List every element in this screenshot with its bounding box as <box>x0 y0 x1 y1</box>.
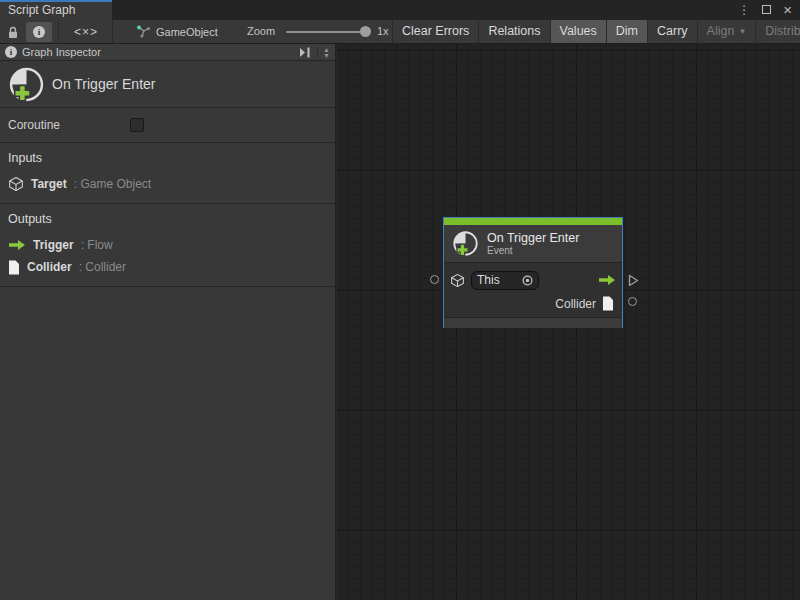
flow-arrow-icon <box>8 239 26 251</box>
object-picker-icon[interactable] <box>522 275 533 286</box>
zoom-slider[interactable] <box>286 31 366 33</box>
output-row-trigger: Trigger : Flow <box>0 234 335 256</box>
collider-port-label: Collider <box>555 297 596 311</box>
gameobject-label: GameObject <box>156 26 218 38</box>
toolbar-buttons: Clear Errors Relations Values Dim Carry … <box>392 20 800 43</box>
dock-panel-icon[interactable] <box>299 47 312 58</box>
event-unit-icon <box>452 230 479 257</box>
node-subtitle: Event <box>487 245 579 257</box>
chevron-up-icon: ▲ <box>323 47 330 52</box>
outputs-section: Outputs Trigger : Flow Collider : Collid… <box>0 204 335 287</box>
info-icon: i <box>33 26 45 38</box>
graph-canvas[interactable]: On Trigger Enter Event This <box>337 44 800 600</box>
chevron-down-icon: ▼ <box>738 27 746 36</box>
info-icon: i <box>5 46 17 58</box>
distribute-dropdown[interactable]: Distribute▼ <box>755 20 800 43</box>
input-port-target[interactable] <box>430 275 439 284</box>
panel-scrub-stepper[interactable]: ▲ ▼ <box>317 47 330 58</box>
graph-inspector-header: i Graph Inspector ▲ ▼ <box>0 44 335 61</box>
flow-arrow-icon <box>598 274 616 286</box>
tab-label: Script Graph <box>8 3 75 17</box>
document-icon <box>602 296 614 311</box>
graph-inspector-panel: i Graph Inspector ▲ ▼ On Trigger Enter C… <box>0 44 336 600</box>
input-type: : Game Object <box>74 177 151 191</box>
cube-icon <box>8 176 24 192</box>
outputs-header: Outputs <box>0 212 335 226</box>
lock-button[interactable] <box>3 22 23 42</box>
target-value-field[interactable]: This <box>471 271 539 290</box>
inputs-section: Inputs Target : Game Object <box>0 143 335 204</box>
target-port-row: This <box>450 268 616 292</box>
on-trigger-enter-node[interactable]: On Trigger Enter Event This <box>443 217 623 328</box>
tab-bar: Script Graph ⋮ × <box>0 0 800 20</box>
node-footer <box>444 317 622 328</box>
node-title: On Trigger Enter <box>487 231 579 245</box>
script-graph-window: Script Graph ⋮ × i <×> <box>0 0 800 600</box>
event-unit-icon <box>8 66 45 103</box>
input-row-target: Target : Game Object <box>0 173 335 195</box>
output-type: : Collider <box>79 260 126 274</box>
output-row-collider: Collider : Collider <box>0 256 335 278</box>
window-menu-icon[interactable]: ⋮ <box>738 2 750 18</box>
input-name: Target <box>31 177 67 191</box>
zoom-slider-handle[interactable] <box>360 26 371 37</box>
maximize-icon[interactable] <box>762 2 771 18</box>
node-body: This Collider <box>444 262 622 317</box>
document-icon <box>8 260 20 275</box>
unit-title-section: On Trigger Enter <box>0 61 335 108</box>
clear-errors-button[interactable]: Clear Errors <box>392 20 478 43</box>
coroutine-setting-row: Coroutine <box>0 108 335 143</box>
close-icon[interactable]: × <box>783 2 792 18</box>
output-port-trigger[interactable] <box>628 274 639 287</box>
target-value: This <box>477 273 518 287</box>
unit-title: On Trigger Enter <box>52 76 156 92</box>
graph-inspector-title: Graph Inspector <box>22 46 101 58</box>
collider-port-row: Collider <box>450 292 616 315</box>
zoom-label: Zoom <box>247 20 275 43</box>
carry-button[interactable]: Carry <box>647 20 697 43</box>
dim-button[interactable]: Dim <box>606 20 647 43</box>
cube-icon <box>450 273 465 288</box>
output-port-collider[interactable] <box>628 297 637 306</box>
coroutine-checkbox[interactable] <box>130 118 144 132</box>
window-controls: ⋮ × <box>738 1 792 19</box>
inputs-header: Inputs <box>0 151 335 165</box>
code-icon: <×> <box>74 25 98 39</box>
code-view-button[interactable]: <×> <box>64 22 108 42</box>
relations-button[interactable]: Relations <box>478 20 549 43</box>
inspector-toggle-button[interactable]: i <box>26 22 52 42</box>
zoom-value: 1x <box>377 20 389 43</box>
coroutine-label: Coroutine <box>8 118 60 132</box>
node-header[interactable]: On Trigger Enter Event <box>444 225 622 262</box>
node-accent-bar <box>444 218 622 225</box>
output-type: : Flow <box>81 238 113 252</box>
gameobject-reference[interactable]: GameObject <box>136 20 218 43</box>
graph-toolbar: i <×> GameObject Zoom 1x Clear Errors Re… <box>0 20 800 44</box>
lock-icon <box>7 26 19 39</box>
align-dropdown[interactable]: Align▼ <box>697 20 756 43</box>
tab-script-graph[interactable]: Script Graph <box>0 0 112 20</box>
output-name: Trigger <box>33 238 74 252</box>
graph-icon <box>136 25 151 38</box>
output-name: Collider <box>27 260 72 274</box>
chevron-down-icon: ▼ <box>323 53 330 58</box>
values-button[interactable]: Values <box>550 20 606 43</box>
